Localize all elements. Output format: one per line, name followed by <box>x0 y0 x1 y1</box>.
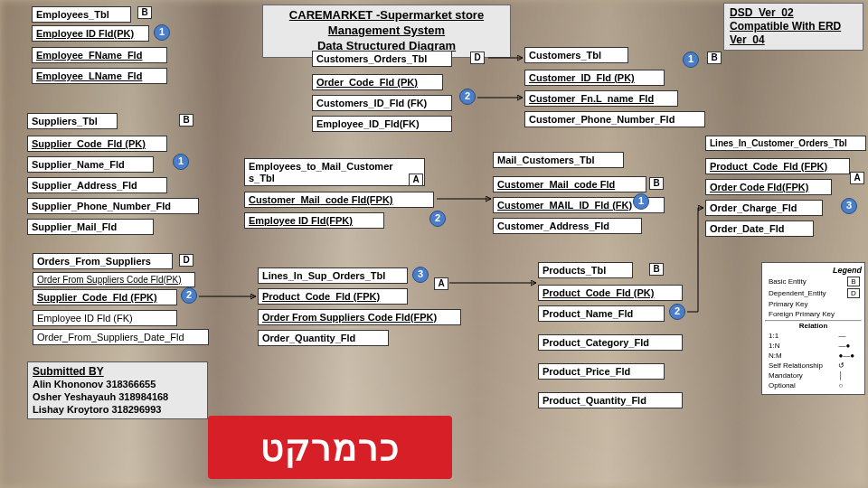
letter-b: B <box>137 6 152 19</box>
ofs-f3: Employee ID Fld (FK) <box>33 310 177 326</box>
cust-f3: Customer_Phone_Number_Fld <box>524 111 705 127</box>
letter-d: D <box>470 52 485 64</box>
badge-3: 3 <box>841 198 857 214</box>
lso-f3: Order_Quantity_Fld <box>258 330 389 346</box>
submitted-box: Submitted BY Alin Khononov 318366655 Osh… <box>27 361 208 419</box>
mc-f1: Customer_Mail_code Fld <box>493 176 646 192</box>
mc-f3: Customer_Address_Fld <box>493 218 642 234</box>
ver-l1: DSD_Ver_02 <box>730 6 794 19</box>
cust-name: Customers_Tbl <box>524 47 628 63</box>
ofs-f4: Order_From_Suppliers_Date_Fld <box>33 329 209 345</box>
etmc-name: Employees_to_Mail_Customer s_Tbl <box>244 158 425 186</box>
etmc-f1: Customer_Mail_code Fld(FPK) <box>244 192 434 208</box>
legend-title: Legend <box>765 266 862 275</box>
badge-1: 1 <box>633 193 649 210</box>
lco-f1: Product_Code_Fld (FPK) <box>705 158 850 174</box>
lco-name: Lines_In_Customer_Orders_Tbl <box>705 136 866 151</box>
legend-rel: Relation <box>765 322 862 330</box>
lco-f3: Order_Charge_Fld <box>705 200 823 216</box>
suppliers-f3: Supplier_Address_Fld <box>27 177 167 193</box>
employees-f1: Employee ID Fld(PK) <box>32 25 149 42</box>
employees-f3: Employee_LName_Fld <box>32 68 167 84</box>
prod-name: Products_Tbl <box>538 262 633 278</box>
suppliers-f5: Supplier_Mail_Fld <box>27 219 154 235</box>
legend-box: Legend Basic EntityB Dependent_EntityD P… <box>761 262 865 395</box>
legend-r3a: Primary Key <box>767 300 845 308</box>
diagram-title: CAREMARKET -Supermarket store Management… <box>262 5 511 58</box>
lso-name: Lines_In_Sup_Orders_Tbl <box>258 267 408 284</box>
co-f3: Employee_ID_Fld(FK) <box>312 116 452 132</box>
co-f1: Order_Code_Fld (PK) <box>312 74 443 90</box>
prod-f5: Product_Quantity_Fld <box>538 392 683 408</box>
store-banner: כרמרקט <box>208 416 452 479</box>
version-box: DSD_Ver_02 Compatible With ERD Ver_04 <box>723 3 863 51</box>
prod-f4: Product_Price_Fld <box>538 363 665 380</box>
lco-f2: Order Code Fld(FPK) <box>705 179 832 195</box>
legend-r2b: D <box>847 288 860 298</box>
lso-f1: Product_Code_Fld (FPK) <box>258 288 408 305</box>
badge-1: 1 <box>173 154 189 170</box>
letter-a: A <box>409 174 423 186</box>
legend-s3: Optional <box>767 381 835 389</box>
ofs-f2: Supplier_Code_Fld (FPK) <box>33 289 177 305</box>
co-f2: Customers_ID_Fld (FK) <box>312 95 452 111</box>
cust-f2: Customer_Fn.L_name_Fld <box>524 90 678 107</box>
employees-tbl-name: Employees_Tbl <box>32 6 131 23</box>
letter-d: D <box>179 254 193 267</box>
suppliers-tbl-name: Suppliers_Tbl <box>27 113 118 129</box>
letter-b: B <box>649 263 664 276</box>
etmc-f2: Employee ID Fld(FPK) <box>244 212 384 229</box>
co-name: Customers_Orders_Tbl <box>312 51 452 67</box>
badge-1: 1 <box>154 24 170 41</box>
lso-f2: Order From Suppliers Code Fld(FPK) <box>258 309 461 325</box>
prod-f1: Product_Code_Fld (PK) <box>538 285 683 301</box>
legend-c3: N:M <box>767 352 835 360</box>
legend-s1: Self Relationship <box>767 361 835 370</box>
badge-3: 3 <box>412 267 429 283</box>
sub-a2: Osher Yeshayauh 318984168 <box>33 391 168 402</box>
sub-a1: Alin Khononov 318366655 <box>33 379 156 389</box>
badge-2: 2 <box>429 211 446 227</box>
prod-f2: Product_Name_Fld <box>538 305 665 322</box>
mc-name: Mail_Customers_Tbl <box>493 152 624 168</box>
sub-a3: Lishay Kroytoro 318296993 <box>33 404 161 415</box>
legend-c1: 1:1 <box>767 332 835 340</box>
badge-2: 2 <box>459 89 476 105</box>
ofs-f1: Order From Suppliers Code Fld(PK) <box>33 272 195 287</box>
letter-a: A <box>434 277 448 290</box>
legend-r1b: B <box>847 277 860 286</box>
badge-2: 2 <box>181 287 197 304</box>
legend-r2a: Dependent_Entity <box>767 288 845 298</box>
suppliers-f2: Supplier_Name_Fld <box>27 156 154 173</box>
legend-c2: 1:N <box>767 342 835 350</box>
legend-r1a: Basic Entity <box>767 277 845 286</box>
ver-l3: Ver_04 <box>730 33 765 46</box>
suppliers-f1: Supplier_Code_Fld (PK) <box>27 136 167 152</box>
prod-f3: Product_Category_Fld <box>538 334 683 351</box>
letter-b: B <box>649 177 664 190</box>
legend-r4a: Foreign Primary Key <box>767 310 845 318</box>
cust-f1: Customer_ID_Fld (PK) <box>524 70 665 86</box>
ofs-name: Orders_From_Suppliers <box>33 253 173 269</box>
employees-f2: Employee_FName_Fld <box>32 47 167 63</box>
etmc-n2: s_Tbl <box>249 173 275 183</box>
letter-b: B <box>179 114 193 127</box>
letter-b: B <box>707 52 722 64</box>
badge-1: 1 <box>683 52 699 68</box>
suppliers-f4: Supplier_Phone_Number_Fld <box>27 198 199 214</box>
legend-s2: Mandatory <box>767 371 835 380</box>
badge-2: 2 <box>669 304 685 320</box>
etmc-n1: Employees_to_Mail_Customer <box>249 161 393 172</box>
sub-heading: Submitted BY <box>33 365 104 378</box>
ver-l2: Compatible With ERD <box>730 20 841 33</box>
title-line1: CAREMARKET -Supermarket store Management… <box>289 8 484 37</box>
letter-a: A <box>850 172 864 184</box>
lco-f4: Order_Date_Fld <box>705 221 814 237</box>
